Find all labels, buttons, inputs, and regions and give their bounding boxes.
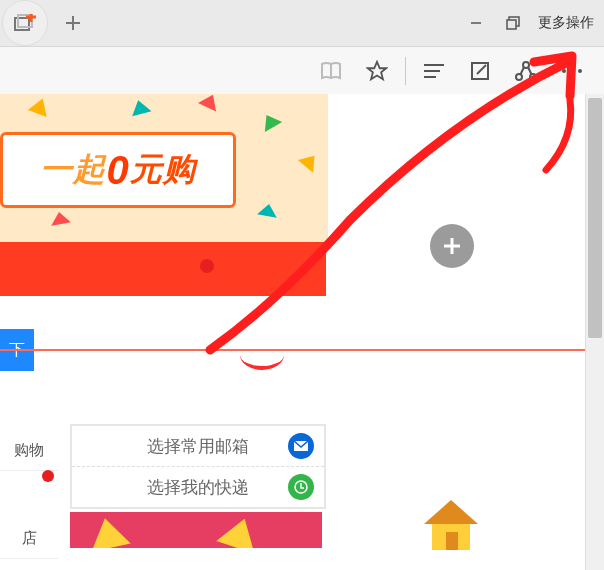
sidebar-item-store[interactable]: 店 bbox=[0, 518, 58, 559]
hub-button[interactable] bbox=[412, 49, 456, 93]
web-note-button[interactable] bbox=[458, 49, 502, 93]
promo-zero: 0 bbox=[106, 148, 129, 193]
window-titlebar: 更多操作 bbox=[0, 0, 604, 47]
promo-trail: 元购 bbox=[130, 148, 196, 192]
annotation-line bbox=[0, 349, 586, 351]
svg-marker-27 bbox=[424, 500, 478, 524]
add-tile-button[interactable] bbox=[430, 224, 474, 268]
book-icon bbox=[320, 61, 342, 81]
panel-row-label: 选择常用邮箱 bbox=[147, 435, 249, 458]
promo-banner[interactable]: 一起0元购 bbox=[0, 94, 328, 242]
favorites-button[interactable] bbox=[355, 49, 399, 93]
share-button[interactable] bbox=[504, 49, 548, 93]
plus-icon bbox=[441, 235, 463, 257]
titlebar-right-group: 更多操作 bbox=[464, 14, 604, 32]
promo-text: 一起0元购 bbox=[0, 132, 236, 208]
red-dot-decoration bbox=[200, 259, 214, 273]
star-icon bbox=[366, 60, 388, 82]
page-content: 一起0元购 下 购物 店 选择常用邮箱 选择我的快递 bbox=[0, 94, 604, 570]
selection-panel: 选择常用邮箱 选择我的快递 bbox=[70, 424, 326, 509]
annotation-curve bbox=[240, 340, 284, 370]
express-icon bbox=[288, 474, 314, 500]
svg-point-16 bbox=[516, 74, 522, 80]
promo-lead: 一起 bbox=[40, 148, 106, 192]
svg-line-19 bbox=[528, 67, 532, 75]
sidebar-label: 购物 bbox=[14, 441, 44, 460]
plus-icon bbox=[65, 15, 81, 31]
tab-icon bbox=[14, 14, 36, 32]
panel-row-label: 选择我的快递 bbox=[147, 476, 249, 499]
svg-rect-29 bbox=[446, 532, 458, 550]
svg-point-21 bbox=[570, 69, 574, 73]
note-icon bbox=[470, 61, 490, 81]
svg-marker-9 bbox=[368, 62, 386, 79]
svg-point-20 bbox=[562, 69, 566, 73]
active-tab[interactable] bbox=[2, 0, 48, 46]
lines-icon bbox=[423, 63, 445, 79]
vertical-scrollbar[interactable] bbox=[585, 94, 604, 570]
share-icon bbox=[514, 60, 538, 82]
new-tab-button[interactable] bbox=[58, 8, 88, 38]
restore-button[interactable] bbox=[500, 14, 526, 32]
panel-row-mail[interactable]: 选择常用邮箱 bbox=[72, 426, 324, 467]
notification-dot bbox=[42, 470, 54, 482]
minimize-button[interactable] bbox=[464, 15, 488, 31]
panel-promo-strip[interactable] bbox=[70, 512, 322, 548]
sidebar-label: 店 bbox=[22, 529, 37, 548]
svg-point-22 bbox=[578, 69, 582, 73]
svg-point-17 bbox=[530, 74, 536, 80]
scrollbar-thumb[interactable] bbox=[588, 98, 602, 338]
more-menu-button[interactable] bbox=[550, 49, 594, 93]
more-actions-label[interactable]: 更多操作 bbox=[538, 14, 594, 32]
ellipsis-icon bbox=[561, 68, 583, 74]
toolbar-separator bbox=[405, 57, 406, 85]
promo-band bbox=[0, 242, 326, 296]
panel-row-express[interactable]: 选择我的快递 bbox=[72, 467, 324, 507]
svg-line-18 bbox=[521, 67, 525, 75]
svg-rect-7 bbox=[507, 20, 516, 29]
mail-icon bbox=[288, 433, 314, 459]
house-icon[interactable] bbox=[418, 496, 484, 554]
svg-line-14 bbox=[477, 65, 486, 74]
browser-toolbar bbox=[0, 47, 604, 96]
restore-icon bbox=[506, 16, 520, 30]
sidebar-item-shopping[interactable]: 购物 bbox=[0, 430, 58, 471]
reading-view-button[interactable] bbox=[309, 49, 353, 93]
